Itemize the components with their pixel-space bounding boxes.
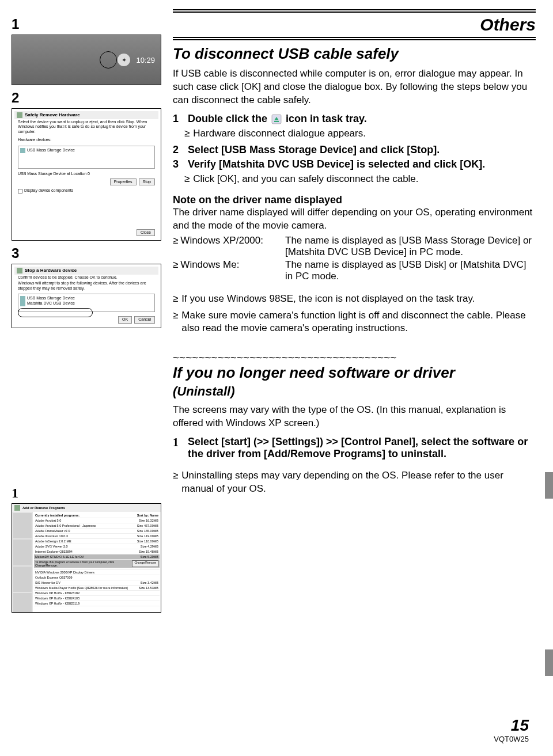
- programs-row: MotionDV STUDIO 5.1E LE for DVSize 5.20M…: [34, 554, 160, 560]
- svg-rect-1: [274, 121, 279, 122]
- programs-row: Internet Explorer Q832894Size 19.48MB: [34, 549, 160, 554]
- section-title: Others: [173, 15, 536, 35]
- stop-button[interactable]: Stop: [139, 178, 155, 185]
- programs-row: SiS Viewer for DVSize 3.42MB: [34, 580, 160, 586]
- wave-divider: ~~~~~~~~~~~~~~~~~~~~~~~~~~~~~~~~~~~: [173, 351, 536, 364]
- step-3-text: Verify [Matshita DVC USB Device] is sele…: [188, 158, 536, 170]
- step-number: 3: [173, 158, 183, 170]
- thumb-2-label: 2: [12, 90, 161, 106]
- subheading-uninstall: If you no longer need software or driver: [173, 364, 536, 382]
- dialog3-item1: USB Mass Storage Device: [27, 296, 75, 301]
- os-label-me: Windows Me:: [180, 259, 239, 270]
- dialog2-desc: Select the device you want to unplug or …: [14, 119, 158, 135]
- step-3-sub: Click [OK], and you can safely disconnec…: [193, 173, 418, 186]
- ok-button[interactable]: OK: [118, 316, 132, 323]
- thumb-1-taskbar: ✦ 10:29: [12, 35, 161, 85]
- programs-side-tab: [13, 593, 32, 613]
- dialog3-desc1: Confirm devices to be stopped. Choose OK…: [14, 275, 158, 280]
- thumb-4-label: 1: [12, 485, 161, 501]
- thumb-2-dialog: Safely Remove Hardware Select the device…: [12, 108, 161, 241]
- os-desc-me: The name is displayed as [USB Disk] or […: [285, 259, 536, 282]
- programs-header: Currently installed programs:: [35, 514, 79, 517]
- dialog2-hw-label: Hardware devices:: [14, 137, 158, 143]
- programs-title: Add or Remove Programs: [22, 506, 65, 510]
- properties-button[interactable]: Properties: [110, 178, 137, 185]
- dialog3-title: Stop a Hardware device: [25, 268, 77, 273]
- display-components-checkbox[interactable]: [18, 189, 22, 193]
- extra-bullet-1: If you use Windows 98SE, the icon is not…: [181, 292, 475, 306]
- side-tab: [545, 649, 553, 676]
- annotation-circle: [100, 51, 117, 69]
- cancel-button[interactable]: Cancel: [134, 316, 155, 323]
- close-button[interactable]: Close: [137, 229, 155, 236]
- step-number: 2: [173, 144, 183, 156]
- taskbar-time: 10:29: [136, 56, 155, 64]
- dialog2-title: Safely Remove Hardware: [25, 112, 80, 118]
- programs-row: Adobe Acrobat 5.0 Professional - Japanes…: [34, 523, 160, 529]
- programs-row: Adobe Illustrator 10.0.3Size 119.00MB: [34, 534, 160, 539]
- step-1-text: Double click the icon in task tray.: [188, 113, 536, 125]
- step-2-text: Select [USB Mass Storage Device] and cli…: [188, 144, 536, 156]
- dialog2-status: USB Mass Storage Device at Location 0: [14, 171, 158, 177]
- page-number: 15: [494, 716, 529, 735]
- extra-bullet-2: Make sure movie camera's function light …: [181, 309, 536, 336]
- programs-row: Adobe Acrobat 5.0Size 16.32MB: [34, 518, 160, 523]
- programs-row: Adobe SVG Viewer 3.0Size 4.29MB: [34, 544, 160, 549]
- uninstall-step-number: 1: [173, 436, 183, 449]
- thumb-4-programs: Add or Remove Programs Currently install…: [12, 503, 161, 613]
- programs-row: Windows XP Hotfix - KB825119: [34, 601, 160, 606]
- side-tab: [545, 472, 553, 499]
- display-components-label: Display device components: [24, 188, 73, 193]
- dialog3-desc2: Windows will attempt to stop the followi…: [14, 280, 158, 291]
- step-1-sub: Hardware disconnect dialogue appears.: [193, 127, 366, 140]
- note-heading: Note on the driver name displayed: [173, 194, 536, 206]
- dialog2-list: USB Mass Storage Device: [18, 146, 155, 169]
- uninstall-intro: The screens may vary with the type of th…: [173, 404, 536, 430]
- programs-row: Windows XP Hotfix - KB824105: [34, 596, 160, 601]
- programs-row: Adobe InDesign 2.0.2 MESize 110.00MB: [34, 539, 160, 544]
- os-label-xp: Windows XP/2000:: [180, 235, 263, 246]
- uninstall-bullet: Uninstalling steps may vary depending on…: [181, 469, 536, 496]
- thumb-1-label: 1: [12, 16, 161, 32]
- uninstall-step-text: Select [start] (>> [Settings]) >> [Contr…: [188, 436, 536, 460]
- usb-tray-icon: ✦: [118, 54, 130, 66]
- intro-text: If USB cable is disconnected while compu…: [173, 67, 536, 107]
- programs-row: Adobe FrameMaker v7.0Size 155.00MB: [34, 529, 160, 534]
- dialog3-item2: Matshita DVC USB Device: [27, 301, 75, 306]
- programs-row: Windows XP Hotfix - KB823182: [34, 591, 160, 596]
- subheading-disconnect: To disconnect USB cable safely: [173, 45, 536, 63]
- thumb-3-label: 3: [12, 245, 161, 261]
- programs-row: Windows Media Player Hotfix [See Q828026…: [34, 586, 160, 591]
- step-number: 1: [173, 113, 183, 125]
- document-code: VQT0W25: [494, 735, 529, 743]
- programs-row: Outlook Express Q837009: [34, 575, 160, 580]
- dialog2-list-item: USB Mass Storage Device: [27, 148, 75, 153]
- subheading-uninstall-sub: (Uninstall): [173, 384, 536, 399]
- programs-row: NVIDIA Windows 2000/XP Display Drivers: [34, 570, 160, 575]
- thumb-3-dialog: Stop a Hardware device Confirm devices t…: [12, 264, 161, 328]
- note-body: The driver name displayed will differ de…: [173, 206, 536, 233]
- programs-side-tab: [13, 567, 32, 592]
- usb-eject-icon: [271, 114, 282, 124]
- os-desc-xp: The name is displayed as [USB Mass Stora…: [285, 235, 536, 258]
- annotation-circle-2: [18, 308, 93, 317]
- programs-side-tab: [13, 513, 32, 539]
- programs-side-tab: [13, 540, 32, 565]
